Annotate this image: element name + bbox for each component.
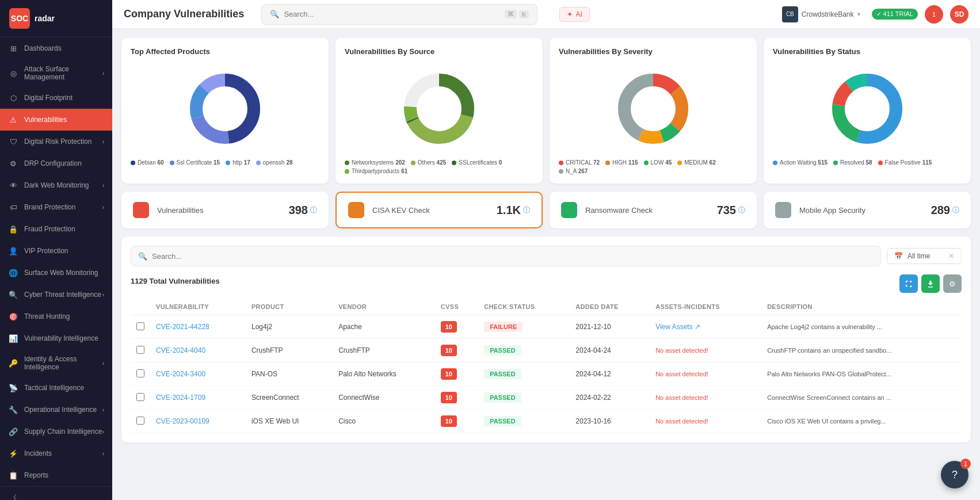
sidebar-item-incidents[interactable]: ⚡ Incidents › [0,442,112,464]
row-vendor: Cisco [333,410,435,433]
ai-button[interactable]: ✦ AI [559,7,589,22]
surface-web-icon: 🌐 [8,268,18,278]
sidebar-item-tactical-intel[interactable]: 📡 Tactical Intelligence [0,377,112,399]
info-icon[interactable]: ⓘ [952,205,959,215]
row-checkbox[interactable] [131,339,150,362]
calendar-icon: 📅 [894,252,903,260]
legend-label: Ssl Certificate 15 [177,159,220,166]
sidebar-item-cyber-threat[interactable]: 🔍 Cyber Threat Intelligence › [0,284,112,306]
col-assets-incidents: Assets-Incidents [650,299,761,315]
sidebar-item-identity-access[interactable]: 🔑 Identity & Access Intelligence › [0,349,112,377]
row-checkbox[interactable] [131,410,150,433]
notification-button[interactable]: 1 [925,5,943,24]
sidebar-item-dark-web[interactable]: 👁 Dark Web Monitoring › [0,174,112,196]
sidebar-item-attack-surface[interactable]: ◎ Attack Surface Management › [0,59,112,87]
dark-web-icon: 👁 [8,180,18,190]
legend-label: LOW 45 [651,159,672,166]
digital-footprint-icon: ⬡ [8,93,18,103]
legend-item: Resolved 58 [833,159,872,166]
sidebar-item-digital-footprint[interactable]: ⬡ Digital Footprint [0,87,112,109]
legend-label: MEDIUM 62 [684,159,715,166]
sidebar-item-fraud-protection[interactable]: 🔒 Fraud Protection [0,218,112,240]
donut-chart-top-affected [131,63,319,155]
row-cvss: 10 [435,315,478,339]
sidebar-item-vulnerabilities[interactable]: ⚠ Vulnerabilities [0,109,112,131]
header: Company Vulnerabilities 🔍 ⌘ K ✦ AI CB Cr… [112,0,980,29]
legend-item: False Positive 115 [878,159,932,166]
global-search-input[interactable] [284,10,505,18]
sidebar-item-digital-risk[interactable]: 🛡 Digital Risk Protection › [0,131,112,152]
cve-link[interactable]: CVE-2024-1709 [156,394,205,402]
sidebar-item-label: Cyber Threat Intelligence [24,291,102,299]
sidebar-item-surface-web[interactable]: 🌐 Surface Web Monitoring [0,262,112,284]
info-icon[interactable]: ⓘ [738,205,745,215]
company-selector[interactable]: CB CrowdstrikeBank ▾ [777,4,865,25]
stat-color-box [133,202,149,218]
header-right: CB CrowdstrikeBank ▾ ✓ 411 TRIAL 1 SD [777,4,968,25]
table-body: CVE-2021-44228 Log4j2 Apache 10 FAILURE … [131,315,962,433]
global-search-bar[interactable]: 🔍 ⌘ K [261,4,537,25]
settings-button[interactable]: ⚙ [943,274,962,293]
sidebar-collapse-btn[interactable]: 《 [0,486,112,500]
table-header-row: Vulnerability Product Vendor CVSS Check … [131,299,962,315]
download-button[interactable] [921,274,940,293]
row-vendor: ConnectWise [333,386,435,410]
vulnerabilities-icon: ⚠ [8,114,18,125]
help-button[interactable]: ? 1 [941,461,968,488]
info-icon[interactable]: ⓘ [523,205,530,215]
table-search-input[interactable] [152,252,874,261]
legend-item: Action Waiting 515 [773,159,828,166]
stat-color-box [348,202,364,218]
stat-ransomware: Ransomware Check 735 ⓘ [550,192,757,228]
chart-by-source: Vulnerabilities By Source Networksystems… [335,38,543,184]
sidebar-item-reports[interactable]: 📋 Reports [0,464,112,486]
sidebar-item-vuln-intel[interactable]: 📊 Vulnerability Intelligence [0,327,112,349]
chart-title: Top Affected Products [131,47,319,56]
row-select-checkbox[interactable] [136,369,144,377]
expand-button[interactable] [899,274,918,293]
legend-item: HIGH 115 [605,159,638,166]
row-date: 2024-02-22 [570,386,650,410]
logo-icon: SOC [9,8,30,29]
cve-link[interactable]: CVE-2024-4040 [156,346,205,354]
sidebar-item-operational-intel[interactable]: 🔧 Operational Intelligence › [0,399,112,421]
cve-link[interactable]: CVE-2023-00109 [156,417,209,425]
col-description: Description [761,299,962,315]
view-assets-link[interactable]: View Assets ↗ [655,323,756,331]
table-section: 🔍 📅 All time ✕ 1129 Total Vulnerabilitie… [121,236,971,442]
stat-value: 735 [717,204,736,217]
table-row: CVE-2024-1709 ScreenConnect ConnectWise … [131,386,962,410]
sidebar-item-threat-hunting[interactable]: 🎯 Threat Hunting [0,306,112,327]
row-select-checkbox[interactable] [136,417,144,425]
row-select-checkbox[interactable] [136,393,144,401]
cve-link[interactable]: CVE-2021-44228 [156,323,209,331]
donut-chart-by-source [345,63,533,155]
chevron-icon: › [102,292,104,298]
table-total: 1129 Total Vulnerabilities [131,277,220,285]
legend-item: Others 425 [411,159,446,166]
row-select-checkbox[interactable] [136,346,144,354]
date-filter[interactable]: 📅 All time ✕ [887,248,962,264]
sidebar-item-drp-config[interactable]: ⚙ DRP Configuration [0,152,112,174]
legend-label: CRITICAL 72 [566,159,600,166]
cve-link[interactable]: CVE-2024-3400 [156,370,205,378]
main-area: Company Vulnerabilities 🔍 ⌘ K ✦ AI CB Cr… [112,0,980,500]
sidebar-item-brand-protection[interactable]: 🏷 Brand Protection › [0,196,112,218]
sidebar-item-dashboards[interactable]: ⊞ Dashboards [0,37,112,59]
cvss-badge: 10 [441,392,457,403]
row-checkbox[interactable] [131,386,150,410]
sidebar-item-vip-protection[interactable]: 👤 VIP Protection [0,240,112,262]
col-vendor: Vendor [333,299,435,315]
row-checkbox[interactable] [131,362,150,386]
info-icon[interactable]: ⓘ [310,205,317,215]
row-date: 2023-10-16 [570,410,650,433]
sidebar-item-supply-chain[interactable]: 🔗 Supply Chain Intelligence › [0,421,112,442]
user-avatar[interactable]: SD [950,5,968,24]
vip-protection-icon: 👤 [8,246,18,256]
donut-chart-by-status [773,63,962,155]
row-checkbox[interactable] [131,315,150,339]
date-filter-label: All time [907,252,930,260]
search-icon: 🔍 [270,10,279,18]
table-search-bar[interactable]: 🔍 [131,246,881,266]
row-select-checkbox[interactable] [136,322,144,330]
